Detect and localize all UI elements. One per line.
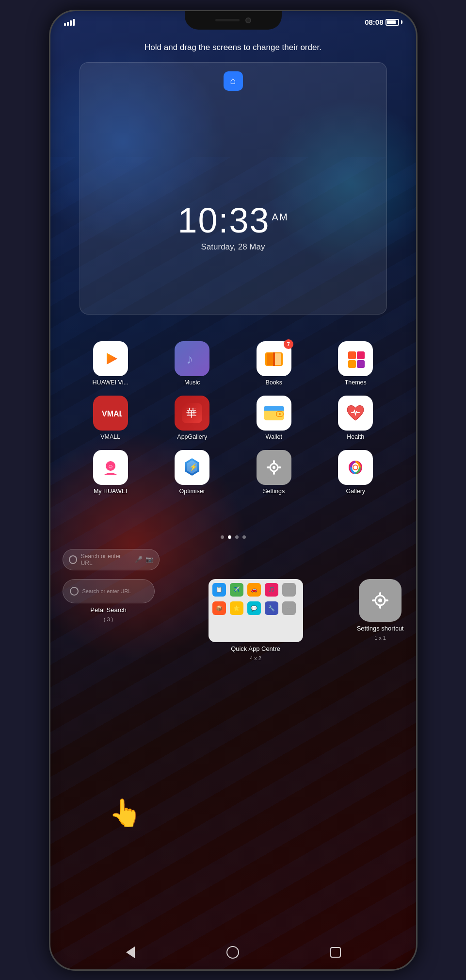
back-icon xyxy=(126,947,135,958)
app-icon-huawei-video xyxy=(93,341,128,376)
petal-widget-card[interactable]: Search or enter URL Petal Search ( 3 ) xyxy=(63,579,155,622)
search-camera-icon: 📷 xyxy=(145,556,153,563)
notch-speaker xyxy=(215,19,240,21)
petal-search-widget[interactable]: Search or enter URL 🎤 📷 xyxy=(63,549,160,570)
home-card: ⌂ xyxy=(80,62,387,315)
svg-point-33 xyxy=(378,598,382,602)
notch xyxy=(185,11,282,30)
clock-time: 10:33AM xyxy=(50,200,416,240)
page-dot-0[interactable] xyxy=(221,535,224,539)
signal-bar-4 xyxy=(73,19,75,26)
search-bar-icons: 🎤 📷 xyxy=(135,556,153,563)
settings-shortcut-widget-card[interactable]: Settings shortcut 1 x 1 xyxy=(357,579,404,641)
nav-back-button[interactable] xyxy=(122,944,139,961)
svg-rect-35 xyxy=(379,605,381,609)
nav-recents-button[interactable] xyxy=(327,944,344,961)
petal-widget-inner: Search or enter URL xyxy=(63,579,155,603)
qa-icon-1: 📋 xyxy=(212,583,226,597)
notch-camera xyxy=(245,17,251,23)
app-item-gallery[interactable]: Gallery xyxy=(331,450,380,495)
books-badge: 7 xyxy=(284,339,293,349)
widgets-row: Search or enter URL Petal Search ( 3 ) 📋… xyxy=(63,579,404,661)
app-label-gallery: Gallery xyxy=(346,488,365,495)
svg-point-31 xyxy=(353,465,358,470)
app-item-themes[interactable]: Themes xyxy=(331,341,380,386)
petal-widget-label: Petal Search xyxy=(90,606,126,614)
svg-marker-0 xyxy=(107,353,117,365)
app-icon-gallery xyxy=(338,450,373,485)
home-icon-badge: ⌂ xyxy=(224,71,243,91)
status-time: 08:08 xyxy=(365,18,383,26)
app-row-1: HUAWEI Vi... ♪ Music xyxy=(70,341,397,386)
clock-ampm: AM xyxy=(272,212,289,222)
battery-body xyxy=(386,19,399,26)
app-item-wallet[interactable]: Wallet xyxy=(250,396,298,440)
qa-icon-more: ⋯ xyxy=(282,601,296,615)
clock-date: Saturday, 28 May xyxy=(50,242,416,252)
instruction-text: Hold and drag the screens to change thei… xyxy=(50,43,416,52)
app-icon-wallet xyxy=(257,396,291,431)
qa-icon-9: 🔧 xyxy=(265,601,278,615)
settings-shortcut-icon xyxy=(359,579,402,622)
app-item-music[interactable]: ♪ Music xyxy=(168,341,216,386)
battery-icon: 08:08 xyxy=(365,18,402,26)
nav-home-button[interactable] xyxy=(225,944,241,961)
petal-logo-circle xyxy=(69,555,77,564)
home-circle-icon xyxy=(226,946,239,959)
qa-icon-2: ✈️ xyxy=(230,583,243,597)
settings-shortcut-label: Settings shortcut xyxy=(357,625,404,632)
petal-widget-sublabel: ( 3 ) xyxy=(104,616,113,622)
app-label-themes: Themes xyxy=(345,379,367,386)
svg-text:華: 華 xyxy=(186,407,197,419)
app-label-music: Music xyxy=(184,379,200,386)
app-icon-optimiser: ⚡ xyxy=(175,450,209,485)
quick-app-sublabel: 4 x 2 xyxy=(250,655,261,661)
app-item-optimiser[interactable]: ⚡ Optimiser xyxy=(168,450,216,495)
clock-display: 10:33AM Saturday, 28 May xyxy=(50,200,416,252)
petal-search-widget-container: Search or enter URL 🎤 📷 xyxy=(63,549,404,570)
app-item-books[interactable]: 7 Books xyxy=(250,341,298,386)
svg-point-25 xyxy=(273,466,275,469)
svg-rect-17 xyxy=(264,409,284,411)
svg-rect-29 xyxy=(278,466,281,468)
app-label-optimiser: Optimiser xyxy=(179,488,205,495)
app-item-myhuawei[interactable]: ☺ My HUAWEI xyxy=(86,450,135,495)
quick-app-widget-card[interactable]: 📋 ✈️ 🚗 🎵 ⋯ 📦 ⭐ 💬 🔧 ⋯ Quick App Centre 4 … xyxy=(209,579,303,661)
svg-rect-10 xyxy=(357,360,365,368)
app-icon-myhuawei: ☺ xyxy=(93,450,128,485)
svg-rect-7 xyxy=(348,351,356,359)
page-dot-2[interactable] xyxy=(235,535,239,539)
svg-rect-27 xyxy=(273,471,275,475)
app-item-health[interactable]: Health xyxy=(331,396,380,440)
app-item-settings[interactable]: Settings xyxy=(250,450,298,495)
page-dots xyxy=(50,535,416,539)
app-icon-themes xyxy=(338,341,373,376)
app-label-vmall: VMALL xyxy=(100,433,120,440)
quick-app-label: Quick App Centre xyxy=(231,645,280,652)
svg-rect-26 xyxy=(273,460,275,464)
signal-icon xyxy=(64,19,75,26)
page-dot-3[interactable] xyxy=(242,535,246,539)
app-icon-music: ♪ xyxy=(175,341,209,376)
app-item-vmall[interactable]: VMALL VMALL xyxy=(86,396,135,440)
app-label-huawei-video: HUAWEI Vi... xyxy=(93,379,129,386)
app-label-health: Health xyxy=(347,433,364,440)
app-label-wallet: Wallet xyxy=(266,433,282,440)
search-bar-placeholder: Search or enter URL xyxy=(81,553,131,566)
page-dot-1[interactable] xyxy=(228,535,231,539)
svg-rect-36 xyxy=(372,599,376,601)
bottom-area: Search or enter URL 🎤 📷 Search or enter … xyxy=(63,549,404,661)
navigation-bar xyxy=(50,944,416,961)
svg-rect-8 xyxy=(357,351,365,359)
app-label-appgallery: AppGallery xyxy=(177,433,207,440)
app-item-appgallery[interactable]: 華 AppGallery xyxy=(168,396,216,440)
svg-text:VMALL: VMALL xyxy=(102,410,122,418)
app-icon-settings xyxy=(257,450,291,485)
svg-rect-4 xyxy=(274,353,281,365)
svg-rect-28 xyxy=(267,466,270,468)
qa-icon-8: 💬 xyxy=(247,601,261,615)
app-grid: HUAWEI Vi... ♪ Music xyxy=(70,341,397,504)
app-row-3: ☺ My HUAWEI xyxy=(70,450,397,495)
app-item-huawei-video[interactable]: HUAWEI Vi... xyxy=(86,341,135,386)
app-icon-health xyxy=(338,396,373,431)
